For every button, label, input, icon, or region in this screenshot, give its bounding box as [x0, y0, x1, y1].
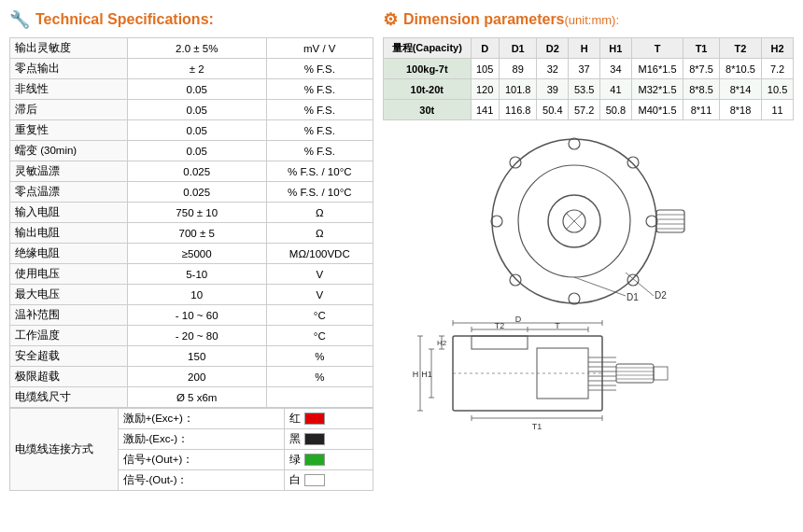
dim-value: 116.8	[499, 100, 537, 120]
spec-value: 5-10	[127, 264, 266, 285]
left-panel: 🔧 Technical Specifications: 输出灵敏度 2.0 ± …	[9, 9, 373, 523]
dim-col-header: T2	[719, 38, 761, 59]
dim-value: 11	[762, 100, 794, 120]
spec-unit: °C	[266, 305, 373, 326]
dim-value: 8*10.5	[719, 59, 761, 79]
dim-value: 53.5	[569, 79, 600, 100]
spec-label: 非线性	[10, 79, 128, 100]
dim-row: 10t-20t120101.83953.541M32*1.58*8.58*141…	[384, 79, 794, 100]
dim-value: 89	[499, 59, 537, 79]
svg-rect-46	[616, 364, 654, 383]
spec-table: 输出灵敏度 2.0 ± 5% mV / V 零点输出 ± 2 % F.S. 非线…	[9, 37, 373, 408]
dim-value: M32*1.5	[631, 79, 683, 100]
spec-label: 滞后	[10, 100, 128, 120]
spec-row: 零点输出 ± 2 % F.S.	[10, 59, 373, 79]
dim-value: 120	[471, 79, 499, 100]
spec-row: 绝缘电阻 ≥5000 MΩ/100VDC	[10, 244, 373, 264]
dim-value: 7.2	[762, 59, 794, 79]
spec-row: 重复性 0.05 % F.S.	[10, 120, 373, 141]
wire-color-cell: 白	[285, 470, 373, 491]
spec-unit	[266, 387, 373, 408]
svg-rect-35	[472, 336, 528, 349]
wire-color-cell: 红	[285, 409, 373, 429]
dim-value: 8*11	[683, 100, 720, 120]
spec-label: 工作温度	[10, 326, 128, 346]
svg-point-3	[491, 216, 502, 227]
wire-table: 电缆线连接方式 激励+(Exc+)： 红 激励-(Exc-)： 黑 信号+(Ou…	[9, 408, 373, 491]
spec-unit: %	[266, 346, 373, 367]
spec-label: 输出电阻	[10, 223, 128, 244]
spec-unit: Ω	[266, 203, 373, 223]
dim-value: 8*7.5	[683, 59, 720, 79]
spec-unit: % F.S.	[266, 59, 373, 79]
spec-unit: % F.S.	[266, 100, 373, 120]
spec-row: 灵敏温漂 0.025 % F.S. / 10°C	[10, 161, 373, 182]
dim-capacity: 100kg-7t	[384, 59, 472, 79]
spec-label: 极限超载	[10, 367, 128, 387]
svg-point-4	[646, 216, 657, 227]
dim-title: ⚙ Dimension parameters(unit:mm):	[383, 9, 794, 30]
dim-col-header: H	[569, 38, 600, 59]
spec-unit: V	[266, 264, 373, 285]
spec-label: 零点温漂	[10, 182, 128, 203]
right-panel: ⚙ Dimension parameters(unit:mm): 量程(Capa…	[383, 9, 794, 523]
dim-col-header: H1	[600, 38, 632, 59]
wire-color-row: 电缆线连接方式 激励+(Exc+)： 红	[10, 409, 373, 429]
spec-label: 输出灵敏度	[10, 38, 128, 59]
dim-value: 8*8.5	[683, 79, 720, 100]
dim-value: 8*14	[719, 79, 761, 100]
spec-row: 工作温度 - 20 ~ 80 °C	[10, 326, 373, 346]
dim-value: 141	[471, 100, 499, 120]
spec-value: 0.05	[127, 100, 266, 120]
front-view-diagram: D2 D1	[383, 128, 794, 310]
spec-value: 0.05	[127, 141, 266, 161]
spec-row: 滞后 0.05 % F.S.	[10, 100, 373, 120]
dim-value: 37	[569, 59, 600, 79]
dim-col-header: 量程(Capacity)	[384, 38, 472, 59]
svg-text:T: T	[555, 321, 560, 330]
spec-row: 最大电压 10 V	[10, 285, 373, 305]
spec-row: 输出灵敏度 2.0 ± 5% mV / V	[10, 38, 373, 59]
dim-value: 32	[537, 59, 569, 79]
spec-unit: MΩ/100VDC	[266, 244, 373, 264]
dim-value: 39	[537, 79, 569, 100]
spec-unit: V	[266, 285, 373, 305]
dim-col-header: T	[631, 38, 683, 59]
svg-rect-51	[654, 367, 668, 380]
dim-value: 50.8	[600, 100, 632, 120]
spec-value: 150	[127, 346, 266, 367]
dim-value: 41	[600, 79, 632, 100]
spec-row: 极限超载 200 %	[10, 367, 373, 387]
spec-value: ≥5000	[127, 244, 266, 264]
spec-row: 蠕变 (30min) 0.05 % F.S.	[10, 141, 373, 161]
svg-point-1	[569, 138, 580, 149]
left-title: 🔧 Technical Specifications:	[9, 9, 373, 30]
spec-unit: % F.S.	[266, 79, 373, 100]
spec-row: 电缆线尺寸 Ø 5 x6m	[10, 387, 373, 408]
svg-line-21	[574, 277, 626, 296]
spec-value: 0.025	[127, 161, 266, 182]
spec-value: 0.025	[127, 182, 266, 203]
spec-unit: % F.S. / 10°C	[266, 182, 373, 203]
spec-unit: % F.S. / 10°C	[266, 161, 373, 182]
dim-row: 100kg-7t10589323734M16*1.58*7.58*10.57.2	[384, 59, 794, 79]
dim-value: 8*18	[719, 100, 761, 120]
spec-row: 安全超载 150 %	[10, 346, 373, 367]
spec-value: - 20 ~ 80	[127, 326, 266, 346]
spec-row: 零点温漂 0.025 % F.S. / 10°C	[10, 182, 373, 203]
spec-label: 零点输出	[10, 59, 128, 79]
spec-label: 电缆线尺寸	[10, 387, 128, 408]
diagrams: D2 D1 D T2 T	[383, 128, 794, 437]
spec-unit: % F.S.	[266, 120, 373, 141]
spec-row: 输出电阻 700 ± 5 Ω	[10, 223, 373, 244]
spec-label: 输入电阻	[10, 203, 128, 223]
svg-text:H2: H2	[437, 339, 447, 347]
spec-label: 重复性	[10, 120, 128, 141]
dim-row: 30t141116.850.457.250.8M40*1.58*118*1811	[384, 100, 794, 120]
dim-capacity: 30t	[384, 100, 472, 120]
spec-label: 绝缘电阻	[10, 244, 128, 264]
dim-col-header: D	[471, 38, 499, 59]
spec-value: 700 ± 5	[127, 223, 266, 244]
svg-text:T2: T2	[495, 321, 505, 330]
wire-name: 信号+(Out+)：	[118, 450, 285, 470]
